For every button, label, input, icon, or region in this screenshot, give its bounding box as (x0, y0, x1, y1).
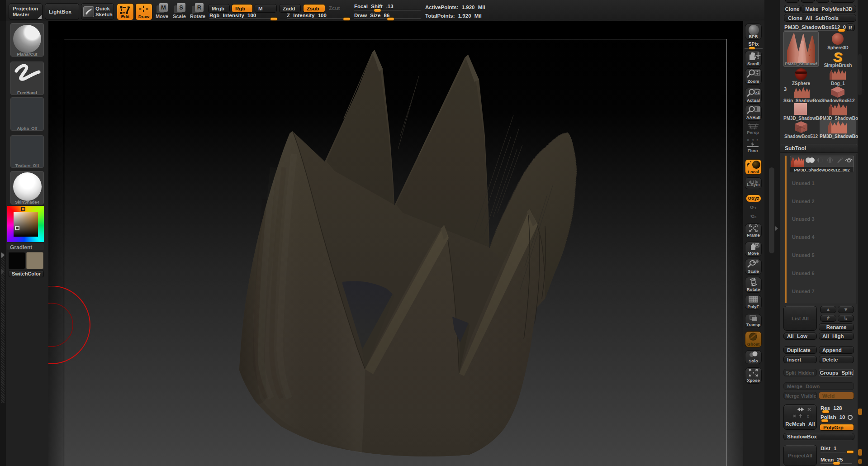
svg-text:z: z (807, 414, 809, 418)
svg-text:Edit: Edit (121, 14, 130, 19)
svg-text:x1: x1 (755, 90, 759, 95)
svg-text:Draw: Draw (138, 14, 150, 19)
